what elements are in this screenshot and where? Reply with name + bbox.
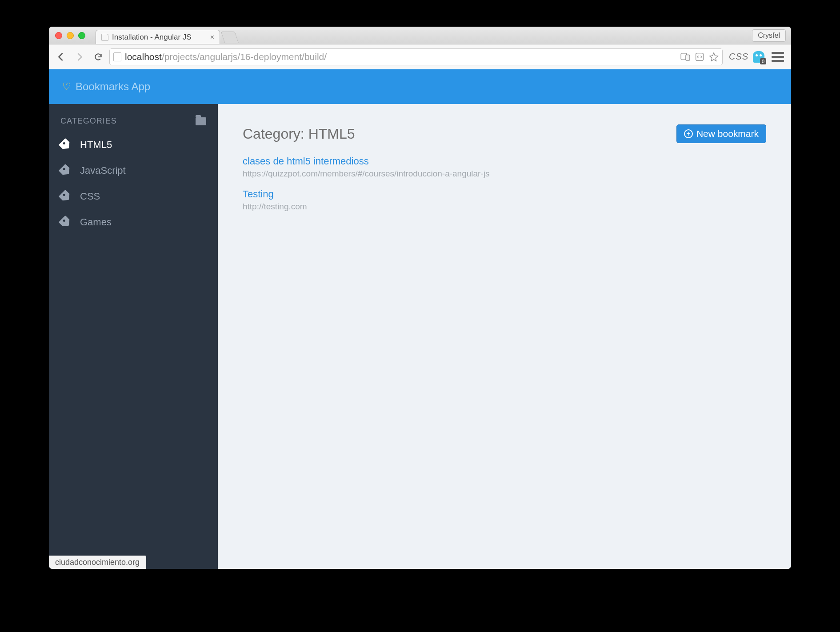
status-bar: ciudadconocimiento.org <box>49 556 146 569</box>
tab-strip: Installation - Angular JS × <box>96 27 237 44</box>
ghostery-extension-icon[interactable]: 0 <box>753 51 764 63</box>
bookmark-url: https://quizzpot.com/members/#/courses/i… <box>243 169 766 179</box>
svg-rect-1 <box>686 55 690 60</box>
bookmark-link[interactable]: Testing <box>243 188 274 200</box>
bookmark-url: http://testing.com <box>243 202 766 212</box>
window-controls <box>55 32 85 39</box>
sidebar-item-games[interactable]: Games <box>49 209 218 235</box>
tag-icon <box>58 215 72 229</box>
main-content: Category: HTML5 + New bookmark clases de… <box>218 104 791 569</box>
browser-window: Installation - Angular JS × Crysfel loca… <box>49 27 791 569</box>
tab-title: Installation - Angular JS <box>112 33 192 42</box>
sidebar-item-javascript[interactable]: JavaScript <box>49 158 218 184</box>
heart-icon: ♡ <box>62 81 71 92</box>
url-path: /projects/angularjs/16-deployment/build/ <box>162 52 327 62</box>
address-bar[interactable]: localhost/projects/angularjs/16-deployme… <box>109 48 723 65</box>
bookmark-item: clases de html5 intermedioss https://qui… <box>243 156 766 179</box>
browser-tab[interactable]: Installation - Angular JS × <box>96 30 220 44</box>
bookmark-item: Testing http://testing.com <box>243 188 766 212</box>
close-window-button[interactable] <box>55 32 62 39</box>
back-button[interactable] <box>53 49 68 64</box>
category-list: HTML5 JavaScript CSS Games <box>49 132 218 235</box>
extensions-area: CSS 0 <box>726 51 787 63</box>
tag-icon <box>58 138 72 152</box>
app-header: ♡ Bookmarks App <box>49 69 791 104</box>
folder-icon[interactable] <box>196 117 206 125</box>
window-titlebar: Installation - Angular JS × Crysfel <box>49 27 791 44</box>
tag-icon <box>58 189 72 203</box>
url-host: localhost <box>125 52 162 62</box>
maximize-window-button[interactable] <box>78 32 85 39</box>
new-bookmark-button[interactable]: + New bookmark <box>676 124 766 143</box>
sidebar-heading-row: CATEGORIES <box>49 116 218 132</box>
tag-icon <box>58 164 72 177</box>
view-source-icon[interactable] <box>695 52 704 62</box>
forward-button[interactable] <box>72 49 87 64</box>
menu-button[interactable] <box>772 52 784 62</box>
bookmark-star-icon[interactable] <box>709 52 719 62</box>
minimize-window-button[interactable] <box>67 32 74 39</box>
css-extension-icon[interactable]: CSS <box>729 52 748 62</box>
plus-circle-icon: + <box>684 129 693 138</box>
app-body: CATEGORIES HTML5 JavaScript CSS <box>49 104 791 569</box>
bookmark-link[interactable]: clases de html5 intermedioss <box>243 156 369 167</box>
new-bookmark-label: New bookmark <box>696 128 759 139</box>
profile-name: Crysfel <box>758 32 780 39</box>
app-brand[interactable]: ♡ Bookmarks App <box>62 80 150 93</box>
app-root: ♡ Bookmarks App CATEGORIES HTML5 Java <box>49 69 791 569</box>
url-text: localhost/projects/angularjs/16-deployme… <box>125 52 327 62</box>
page-title: Category: HTML5 <box>243 126 355 142</box>
browser-toolbar: localhost/projects/angularjs/16-deployme… <box>49 44 791 69</box>
new-tab-button[interactable] <box>221 32 239 43</box>
reload-button[interactable] <box>91 49 106 64</box>
sidebar-item-label: CSS <box>80 191 100 202</box>
devices-icon[interactable] <box>680 52 690 62</box>
ghostery-badge: 0 <box>760 58 766 64</box>
status-text: ciudadconocimiento.org <box>55 558 140 567</box>
sidebar-item-label: Games <box>80 216 112 228</box>
address-bar-actions <box>680 52 719 62</box>
profile-button[interactable]: Crysfel <box>752 29 786 42</box>
sidebar-item-html5[interactable]: HTML5 <box>49 132 218 158</box>
page-icon <box>101 34 108 41</box>
sidebar: CATEGORIES HTML5 JavaScript CSS <box>49 104 218 569</box>
sidebar-item-label: JavaScript <box>80 165 126 176</box>
main-header-row: Category: HTML5 + New bookmark <box>243 124 766 143</box>
sidebar-item-label: HTML5 <box>80 139 112 151</box>
brand-text: Bookmarks App <box>76 80 150 93</box>
sidebar-item-css[interactable]: CSS <box>49 184 218 209</box>
sidebar-heading: CATEGORIES <box>60 116 117 126</box>
close-tab-button[interactable]: × <box>210 33 214 41</box>
page-icon <box>113 52 121 61</box>
